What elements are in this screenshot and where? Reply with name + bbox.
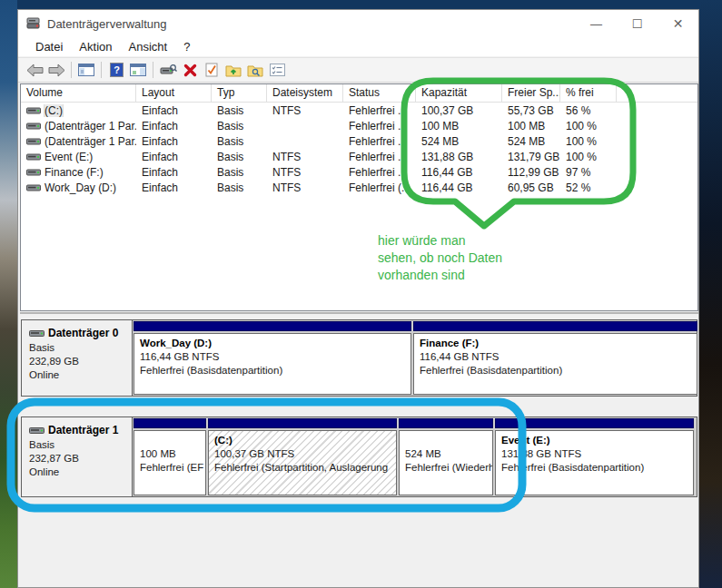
- volume-drive-icon: [26, 122, 41, 131]
- rescan-disks-icon[interactable]: [157, 60, 179, 80]
- partition-body: Work_Day (D:) 116,44 GB NTFS Fehlerfrei …: [134, 333, 411, 395]
- volume-table-row[interactable]: (C:) Einfach Basis NTFS Fehlerfrei ... 1…: [21, 103, 697, 118]
- freier-speicher-cell: 60,95 GB: [502, 181, 560, 194]
- typ-cell: Basis: [212, 135, 267, 148]
- svg-text:?: ?: [114, 64, 120, 75]
- tasks-list-icon[interactable]: [266, 60, 288, 80]
- dateisystem-cell: NTFS: [267, 166, 343, 179]
- status-cell: Fehlerfrei ...: [343, 135, 416, 148]
- column-header-Freier Sp...[interactable]: Freier Sp...: [502, 84, 560, 102]
- partition-block[interactable]: (C:) 100,37 GB NTFS Fehlerfrei (Startpar…: [208, 418, 397, 495]
- partition-status: Fehlerfrei (Startpartition, Auslagerung: [214, 461, 391, 475]
- disk-management-window: Datenträgerverwaltung — ☐ ✕ Datei Aktion…: [17, 9, 699, 588]
- partition-block[interactable]: Work_Day (D:) 116,44 GB NTFS Fehlerfrei …: [134, 321, 411, 395]
- volume-drive-icon: [26, 183, 41, 192]
- close-button[interactable]: ✕: [658, 10, 698, 37]
- dateisystem-cell: NTFS: [267, 181, 343, 194]
- freier-speicher-cell: 112,99 GB: [502, 166, 560, 179]
- disk-management-app-icon: [26, 17, 41, 30]
- column-header-Layout[interactable]: Layout: [136, 84, 212, 102]
- partition-body: 100 MB Fehlerfrei (EF: [134, 430, 206, 495]
- freier-speicher-cell: 55,73 GB: [502, 104, 560, 117]
- partition-label: Finance (F:): [420, 337, 692, 350]
- volume-table-row[interactable]: (Datenträger 1 Par... Einfach Basis Fehl…: [21, 133, 697, 149]
- menu-ansicht[interactable]: Ansicht: [121, 38, 176, 55]
- layout-cell: Einfach: [136, 151, 212, 163]
- show-action-pane-icon[interactable]: [127, 60, 149, 80]
- folder-explore-icon[interactable]: [244, 60, 266, 80]
- status-cell: Fehlerfrei ...: [343, 104, 416, 117]
- disk-icon: [29, 426, 45, 436]
- partition-size: 116,44 GB NTFS: [420, 350, 692, 364]
- partition-block[interactable]: Event (E:) 131,88 GB NTFS Fehlerfrei (Ba…: [495, 418, 694, 495]
- show-console-tree-icon[interactable]: [75, 60, 97, 80]
- partition-type-strip: [399, 418, 493, 428]
- partition-block[interactable]: 524 MB Fehlerfrei (Wiederh: [399, 418, 493, 495]
- volume-list: VolumeLayoutTypDateisystemStatusKapazitä…: [20, 83, 698, 311]
- typ-cell: Basis: [212, 151, 267, 163]
- partition-body: Finance (F:) 116,44 GB NTFS Fehlerfrei (…: [413, 333, 697, 395]
- kapazitaet-cell: 100 MB: [416, 120, 502, 132]
- prozent-frei-cell: 100 %: [560, 135, 617, 148]
- menu-datei[interactable]: Datei: [27, 38, 71, 55]
- column-header-Volume[interactable]: Volume: [21, 84, 136, 102]
- typ-cell: Basis: [212, 104, 267, 117]
- volume-drive-icon: [26, 168, 41, 177]
- status-cell: Fehlerfrei ...: [343, 120, 416, 132]
- minimize-button[interactable]: —: [576, 10, 617, 37]
- kapazitaet-cell: 524 MB: [416, 135, 502, 148]
- layout-cell: Einfach: [136, 104, 212, 117]
- column-header-blank[interactable]: [617, 84, 697, 102]
- prozent-frei-cell: 97 %: [560, 166, 617, 179]
- back-icon[interactable]: [24, 60, 45, 80]
- delete-volume-icon[interactable]: [179, 60, 201, 80]
- volume-drive-icon: [26, 137, 41, 146]
- disk-0-header[interactable]: Datenträger 0 Basis 232,89 GB Online: [22, 320, 133, 396]
- column-header-Dateisystem[interactable]: Dateisystem: [267, 84, 343, 102]
- partition-body: 524 MB Fehlerfrei (Wiederh: [399, 430, 493, 495]
- disk-1-name: Datenträger 1: [48, 424, 118, 436]
- forward-icon[interactable]: [45, 60, 67, 80]
- disk-1-header[interactable]: Datenträger 1 Basis 232,87 GB Online: [22, 417, 133, 496]
- volume-cell: Event (E:): [21, 151, 136, 163]
- volume-table-row[interactable]: Event (E:) Einfach Basis NTFS Fehlerfrei…: [21, 149, 697, 164]
- column-header-Typ[interactable]: Typ: [212, 84, 267, 102]
- volume-name: Work_Day (D:): [45, 181, 116, 194]
- volume-drive-icon: [26, 152, 41, 162]
- mark-check-icon[interactable]: [201, 60, 223, 80]
- dateisystem-cell: NTFS: [267, 104, 343, 117]
- volume-table-row[interactable]: Finance (F:) Einfach Basis NTFS Fehlerfr…: [21, 164, 697, 180]
- freier-speicher-cell: 131,79 GB: [502, 151, 560, 163]
- partition-type-strip: [208, 418, 397, 428]
- disk-1-type: Basis: [29, 438, 126, 452]
- volume-cell: (C:): [21, 104, 136, 117]
- partition-size: 524 MB: [405, 447, 488, 461]
- layout-cell: Einfach: [136, 181, 212, 194]
- folder-open-icon[interactable]: [223, 60, 244, 80]
- partition-body: (C:) 100,37 GB NTFS Fehlerfrei (Startpar…: [208, 430, 397, 495]
- column-header-Status[interactable]: Status: [343, 84, 416, 102]
- partition-status: Fehlerfrei (Basisdatenpartition): [501, 461, 688, 475]
- disk-0-name: Datenträger 0: [48, 327, 118, 339]
- partition-block[interactable]: Finance (F:) 116,44 GB NTFS Fehlerfrei (…: [413, 321, 697, 395]
- volume-table-row[interactable]: Work_Day (D:) Einfach Basis NTFS Fehlerf…: [21, 180, 697, 195]
- menu-aktion[interactable]: Aktion: [71, 38, 120, 55]
- volume-name: Finance (F:): [45, 166, 104, 179]
- maximize-button[interactable]: ☐: [617, 10, 658, 37]
- kapazitaet-cell: 131,88 GB: [416, 151, 502, 163]
- column-header-Kapazität[interactable]: Kapazität: [416, 84, 502, 102]
- menu-hilfe[interactable]: ?: [175, 38, 198, 55]
- volume-cell: (Datenträger 1 Par...: [21, 135, 136, 148]
- help-icon[interactable]: ?: [105, 60, 127, 80]
- volume-table-row[interactable]: (Datenträger 1 Par... Einfach Basis Fehl…: [21, 118, 697, 133]
- disk-graphical-area: Datenträger 0 Basis 232,89 GB Online Wor…: [20, 312, 698, 587]
- disk-0-status: Online: [29, 368, 126, 382]
- partition-type-strip: [134, 418, 206, 428]
- title-bar[interactable]: Datenträgerverwaltung — ☐ ✕: [18, 10, 698, 37]
- partition-label: [405, 434, 488, 447]
- disk-1-partitions: 100 MB Fehlerfrei (EF (C:) 100,37 GB NTF…: [133, 417, 697, 496]
- column-header-% frei[interactable]: % frei: [560, 84, 617, 102]
- disk-1-band: Datenträger 1 Basis 232,87 GB Online 100…: [21, 416, 697, 497]
- partition-block[interactable]: 100 MB Fehlerfrei (EF: [134, 418, 206, 495]
- partition-size: 100,37 GB NTFS: [214, 447, 391, 461]
